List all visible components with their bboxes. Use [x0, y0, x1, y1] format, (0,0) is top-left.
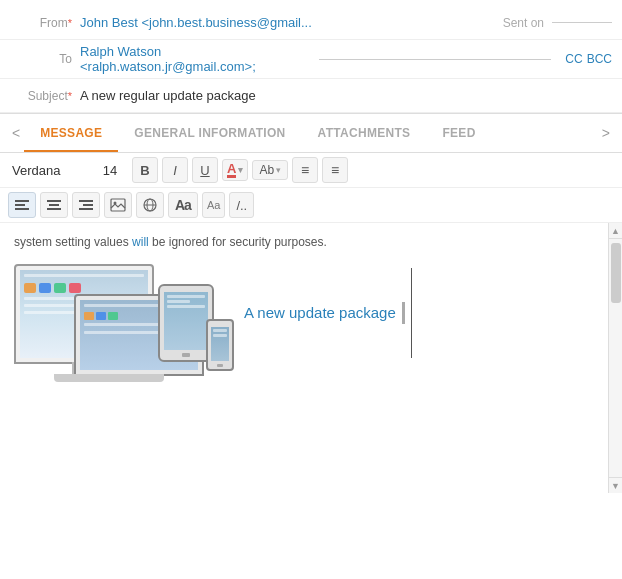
svg-rect-4	[49, 204, 59, 206]
update-title-area: A new update package	[244, 264, 412, 358]
to-value[interactable]: Ralph Watson <ralph.watson.jr@gmail.com>…	[80, 44, 313, 74]
scrollbar-up-button[interactable]: ▲	[609, 223, 623, 239]
font-color-chevron: ▾	[238, 165, 243, 175]
tab-message[interactable]: MESSAGE	[24, 114, 118, 152]
svg-rect-2	[15, 208, 29, 210]
svg-rect-6	[79, 200, 93, 202]
tablet-content	[164, 292, 208, 313]
laptop-base	[54, 374, 164, 382]
tabs-next-arrow[interactable]: >	[598, 115, 614, 151]
content-area: system setting values will be ignored fo…	[0, 223, 622, 493]
font-color-a: A	[227, 162, 236, 178]
ab-chevron: ▾	[276, 165, 281, 175]
screen-icons-row	[24, 283, 144, 293]
format-slash-button[interactable]: /..	[229, 192, 254, 218]
cc-bcc-buttons: CC BCC	[565, 52, 612, 66]
ab-style-button[interactable]: Ab ▾	[252, 160, 288, 180]
scrollbar-track[interactable]	[609, 239, 622, 477]
email-header: From* John Best <john.best.business@gmai…	[0, 0, 622, 114]
cc-button[interactable]: CC	[565, 52, 582, 66]
globe-icon	[142, 197, 158, 213]
laptop-icon-2	[96, 312, 106, 320]
text-size-label: Aa	[175, 197, 191, 213]
font-color-button[interactable]: A ▾	[222, 159, 248, 181]
screen-icon-2	[39, 283, 51, 293]
svg-rect-3	[47, 200, 61, 202]
tab-feed[interactable]: FEED	[426, 114, 491, 152]
underline-button[interactable]: U	[192, 157, 218, 183]
align-center-icon	[47, 199, 61, 211]
insert-link-button[interactable]	[136, 192, 164, 218]
devices-illustration	[14, 264, 244, 404]
bcc-button[interactable]: BCC	[587, 52, 612, 66]
editor-toolbar-1: Verdana 14 B I U A ▾ Ab ▾ ≡ ≡	[0, 153, 622, 188]
update-title: A new update package	[244, 302, 405, 325]
phone-home-button	[217, 364, 223, 367]
scrollbar[interactable]: ▲ ▼	[608, 223, 622, 493]
align-right-button[interactable]	[72, 192, 100, 218]
screen-icon-3	[54, 283, 66, 293]
tabs-prev-arrow[interactable]: <	[8, 115, 24, 151]
align-right-icon	[79, 199, 93, 211]
text-size-small-button[interactable]: Aa	[202, 192, 225, 218]
laptop-icon-3	[108, 312, 118, 320]
phone-content	[211, 327, 229, 341]
to-label: To	[10, 52, 80, 66]
phone-line-2	[213, 334, 227, 337]
editor-body[interactable]: system setting values will be ignored fo…	[0, 223, 608, 493]
subject-label: Subject*	[10, 89, 80, 103]
phone-screen	[211, 327, 229, 361]
text-cursor	[411, 268, 412, 358]
update-section: A new update package	[14, 264, 594, 404]
svg-rect-9	[111, 199, 125, 211]
subject-row: Subject* A new regular update package	[0, 79, 622, 113]
font-name-select[interactable]: Verdana	[8, 161, 88, 180]
tablet-line-1	[167, 295, 205, 298]
unordered-list-icon: ≡	[331, 162, 339, 178]
svg-rect-7	[83, 204, 93, 206]
tab-attachments[interactable]: ATTACHMENTS	[302, 114, 427, 152]
svg-rect-8	[79, 208, 93, 210]
insert-image-button[interactable]	[104, 192, 132, 218]
from-row: From* John Best <john.best.business@gmai…	[0, 6, 622, 40]
from-label: From*	[10, 16, 80, 30]
subject-value[interactable]: A new regular update package	[80, 88, 256, 103]
tab-general-information[interactable]: GENERAL INFORMATION	[118, 114, 301, 152]
tablet-screen	[164, 292, 208, 350]
image-icon	[110, 198, 126, 212]
scrollbar-thumb[interactable]	[611, 243, 621, 303]
editor-toolbar-2: Aa Aa /..	[0, 188, 622, 223]
phone-outer	[206, 319, 234, 371]
tablet-line-2	[167, 300, 190, 303]
screen-icon-4	[69, 283, 81, 293]
unordered-list-button[interactable]: ≡	[322, 157, 348, 183]
tablet-home-button	[182, 353, 190, 357]
phone-line-1	[213, 329, 227, 332]
ab-label: Ab	[259, 163, 274, 177]
tabs-bar: < MESSAGE GENERAL INFORMATION ATTACHMENT…	[0, 114, 622, 153]
screen-icon-1	[24, 283, 36, 293]
text-size-button[interactable]: Aa	[168, 192, 198, 218]
align-left-button[interactable]	[8, 192, 36, 218]
scrollbar-down-button[interactable]: ▼	[609, 477, 623, 493]
sent-on-label: Sent on	[503, 16, 544, 30]
sent-on-line	[552, 22, 612, 23]
font-size-input[interactable]: 14	[92, 163, 128, 178]
screen-line-1	[24, 274, 144, 277]
align-left-icon	[15, 199, 29, 211]
ordered-list-button[interactable]: ≡	[292, 157, 318, 183]
ordered-list-icon: ≡	[301, 162, 309, 178]
bold-button[interactable]: B	[132, 157, 158, 183]
to-separator	[319, 59, 552, 60]
security-note: system setting values will be ignored fo…	[14, 233, 594, 252]
tablet-line-3	[167, 305, 205, 308]
update-title-block: A new update package	[244, 268, 412, 358]
align-center-button[interactable]	[40, 192, 68, 218]
from-value[interactable]: John Best <john.best.business@gmail...	[80, 15, 503, 30]
svg-rect-0	[15, 200, 29, 202]
will-word: will	[132, 235, 149, 249]
italic-button[interactable]: I	[162, 157, 188, 183]
laptop-icon-1	[84, 312, 94, 320]
sent-on-area: Sent on	[503, 16, 612, 30]
to-row: To Ralph Watson <ralph.watson.jr@gmail.c…	[0, 40, 622, 79]
